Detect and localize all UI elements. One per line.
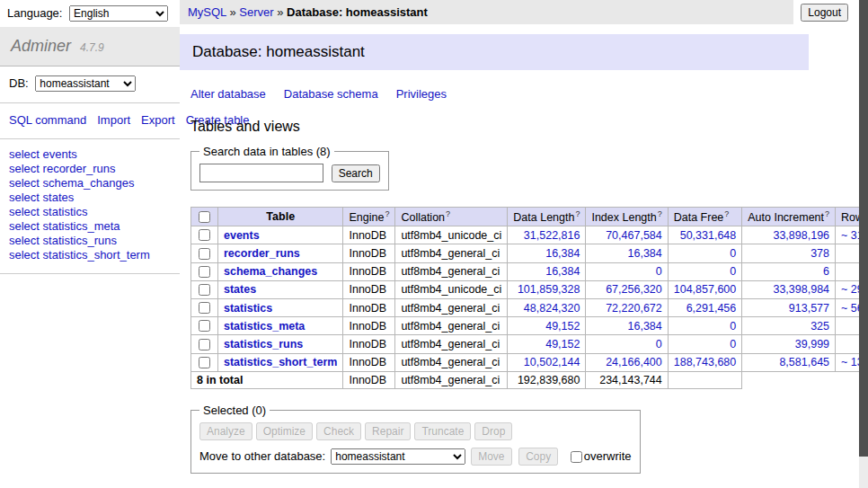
sidebar-link-sql-command[interactable]: SQL command bbox=[9, 113, 86, 127]
cell-index_length-link[interactable]: 16,384 bbox=[628, 320, 662, 333]
cell-data_length-link[interactable]: 16,384 bbox=[545, 247, 580, 260]
truncate-button[interactable]: Truncate bbox=[414, 422, 471, 440]
cell-index_length-link[interactable]: 0 bbox=[656, 265, 662, 278]
column-header-link[interactable]: Data Free bbox=[674, 211, 724, 224]
logout-button[interactable]: Logout bbox=[801, 4, 848, 22]
cell-auto_increment-link[interactable]: 39,999 bbox=[795, 338, 829, 350]
sidebar-link-import[interactable]: Import bbox=[97, 113, 130, 127]
cell-data_length-link[interactable]: 10,502,144 bbox=[524, 356, 580, 368]
search-input[interactable] bbox=[199, 164, 323, 182]
scrollbar-thumb[interactable] bbox=[859, 0, 868, 457]
column-header-link[interactable]: Index Length bbox=[591, 211, 656, 224]
cell-auto_increment-link[interactable]: 378 bbox=[810, 247, 829, 260]
column-header-data-free[interactable]: Data Free? bbox=[668, 208, 742, 226]
cell-data_length-link[interactable]: 31,522,816 bbox=[524, 229, 580, 242]
row-checkbox[interactable] bbox=[199, 302, 210, 314]
move-db-select[interactable]: homeassistant bbox=[331, 448, 465, 465]
cell-data_free-link[interactable]: 6,291,456 bbox=[686, 302, 737, 315]
breadcrumb-link-mysql[interactable]: MySQL bbox=[188, 5, 226, 19]
cell-data_free-link[interactable]: 0 bbox=[730, 338, 736, 350]
cell-auto_increment-link[interactable]: 6 bbox=[823, 265, 829, 278]
check-button[interactable]: Check bbox=[316, 422, 361, 440]
row-checkbox[interactable] bbox=[199, 266, 210, 278]
cell-index_length-link[interactable]: 72,220,672 bbox=[606, 302, 662, 315]
help-icon[interactable]: ? bbox=[658, 209, 662, 218]
cell-auto_increment-link[interactable]: 913,577 bbox=[789, 302, 829, 315]
cell-auto_increment-link[interactable]: 33,398,984 bbox=[773, 283, 829, 296]
breadcrumb-link-server[interactable]: Server bbox=[239, 5, 273, 19]
vertical-scrollbar[interactable] bbox=[859, 0, 868, 488]
copy-button[interactable]: Copy bbox=[518, 448, 558, 466]
help-icon[interactable]: ? bbox=[446, 209, 450, 218]
cell-index_length-link[interactable]: 16,384 bbox=[628, 247, 662, 260]
cell-data_free-link[interactable]: 188,743,680 bbox=[674, 356, 737, 368]
column-header-collation[interactable]: Collation? bbox=[395, 208, 508, 226]
sidebar-item-select-statistics-runs[interactable]: select statistics_runs bbox=[9, 234, 171, 248]
link-database-schema[interactable]: Database schema bbox=[284, 87, 378, 101]
column-header-index-length[interactable]: Index Length? bbox=[586, 208, 668, 226]
row-checkbox[interactable] bbox=[199, 229, 210, 241]
search-button[interactable]: Search bbox=[332, 164, 380, 182]
cell-index_length-link[interactable]: 24,166,400 bbox=[606, 356, 662, 368]
cell-data_length-link[interactable]: 16,384 bbox=[545, 265, 580, 278]
cell-auto_increment-link[interactable]: 33,898,196 bbox=[773, 229, 829, 242]
table-link-statistics-meta[interactable]: statistics_meta bbox=[224, 320, 305, 333]
cell-index_length-link[interactable]: 67,256,320 bbox=[606, 283, 662, 296]
column-header-link[interactable]: Table bbox=[266, 210, 295, 223]
analyze-button[interactable]: Analyze bbox=[199, 422, 252, 440]
help-icon[interactable]: ? bbox=[385, 209, 389, 218]
row-checkbox[interactable] bbox=[199, 284, 210, 296]
cell-data_free-link[interactable]: 50,331,648 bbox=[680, 229, 737, 242]
column-header-data-length[interactable]: Data Length? bbox=[508, 208, 586, 226]
row-checkbox[interactable] bbox=[199, 357, 210, 368]
column-header-link[interactable]: Data Length bbox=[513, 211, 574, 224]
table-link-states[interactable]: states bbox=[224, 283, 256, 296]
help-icon[interactable]: ? bbox=[825, 209, 829, 218]
link-alter-database[interactable]: Alter database bbox=[190, 87, 266, 101]
sidebar-item-select-events[interactable]: select events bbox=[9, 147, 171, 162]
cell-index_length-link[interactable]: 0 bbox=[656, 338, 662, 350]
column-header-link[interactable]: Auto Increment bbox=[748, 211, 824, 224]
column-header-table[interactable]: Table bbox=[218, 208, 343, 226]
row-checkbox[interactable] bbox=[199, 320, 210, 332]
cell-auto_increment-link[interactable]: 8,581,645 bbox=[779, 356, 829, 368]
column-header-auto-increment[interactable]: Auto Increment? bbox=[742, 208, 836, 226]
sidebar-item-select-statistics[interactable]: select statistics bbox=[9, 205, 171, 219]
cell-data_length-link[interactable]: 49,152 bbox=[545, 338, 580, 350]
sidebar-item-select-statistics-meta[interactable]: select statistics_meta bbox=[9, 219, 171, 234]
table-link-statistics-runs[interactable]: statistics_runs bbox=[224, 338, 303, 350]
sidebar-item-select-recorder-runs[interactable]: select recorder_runs bbox=[9, 162, 171, 176]
sidebar-item-select-schema-changes[interactable]: select schema_changes bbox=[9, 176, 171, 191]
sidebar-link-export[interactable]: Export bbox=[141, 113, 175, 127]
sidebar-item-select-states[interactable]: select states bbox=[9, 191, 171, 205]
language-select[interactable]: English bbox=[69, 5, 168, 22]
db-select[interactable]: homeassistant bbox=[35, 75, 136, 92]
repair-button[interactable]: Repair bbox=[365, 422, 411, 440]
optimize-button[interactable]: Optimize bbox=[256, 422, 313, 440]
move-button[interactable]: Move bbox=[471, 448, 511, 466]
table-link-recorder-runs[interactable]: recorder_runs bbox=[224, 247, 300, 260]
table-link-statistics-short-term[interactable]: statistics_short_term bbox=[224, 356, 337, 368]
overwrite-checkbox[interactable] bbox=[571, 451, 582, 463]
cell-data_length-link[interactable]: 101,859,328 bbox=[518, 283, 580, 296]
drop-button[interactable]: Drop bbox=[474, 422, 512, 440]
table-link-schema-changes[interactable]: schema_changes bbox=[224, 265, 317, 278]
cell-index_length-link[interactable]: 70,467,584 bbox=[606, 229, 662, 242]
cell-data_free-link[interactable]: 104,857,600 bbox=[674, 283, 737, 296]
sidebar-item-select-statistics-short-term[interactable]: select statistics_short_term bbox=[9, 248, 171, 262]
column-header-link[interactable]: Collation bbox=[401, 211, 445, 224]
cell-auto_increment-link[interactable]: 325 bbox=[810, 320, 829, 333]
help-icon[interactable]: ? bbox=[724, 209, 729, 218]
cell-data_free-link[interactable]: 0 bbox=[730, 320, 736, 333]
help-icon[interactable]: ? bbox=[575, 209, 580, 218]
cell-data_free-link[interactable]: 0 bbox=[730, 265, 736, 278]
select-all-checkbox[interactable] bbox=[199, 211, 210, 223]
column-header-link[interactable]: Engine bbox=[349, 211, 384, 224]
row-checkbox[interactable] bbox=[199, 248, 210, 260]
table-link-events[interactable]: events bbox=[224, 229, 260, 242]
cell-data_length-link[interactable]: 49,152 bbox=[545, 320, 580, 333]
table-link-statistics[interactable]: statistics bbox=[224, 302, 272, 315]
cell-data_length-link[interactable]: 48,824,320 bbox=[524, 302, 580, 315]
cell-data_free-link[interactable]: 0 bbox=[730, 247, 736, 260]
row-checkbox[interactable] bbox=[199, 339, 210, 350]
